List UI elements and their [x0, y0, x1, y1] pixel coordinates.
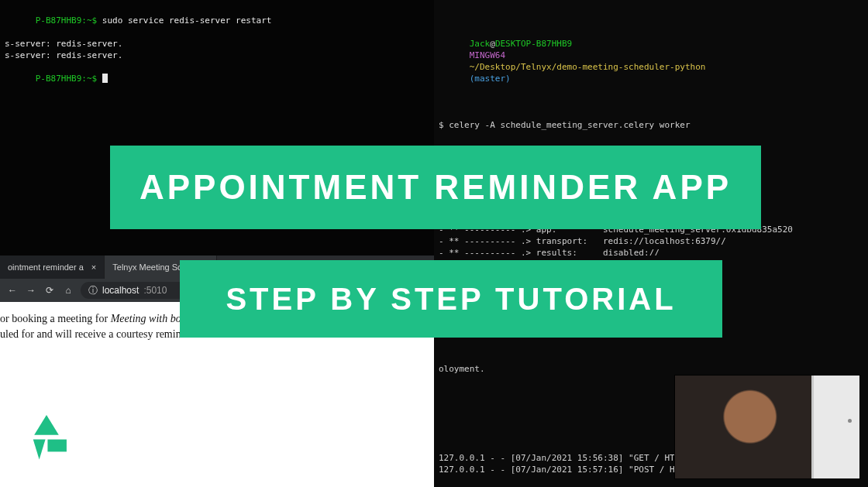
site-info-icon[interactable]: ⓘ: [88, 284, 98, 297]
shell-prompt: P-B87HHB9:~$: [36, 15, 97, 26]
background-door: [811, 376, 859, 478]
shell-at: @: [490, 39, 495, 49]
svg-marker-0: [34, 415, 59, 435]
title-card-primary: APPOINTMENT REMINDER APP: [110, 146, 761, 229]
svg-rect-2: [47, 440, 66, 452]
cursor: [102, 74, 108, 83]
forward-icon[interactable]: →: [25, 285, 37, 296]
back-icon[interactable]: ←: [6, 285, 19, 296]
shell-command: [97, 74, 102, 84]
shell-path: ~/Desktop/Telnyx/demo-meeting-scheduler-…: [470, 62, 706, 72]
url-host: localhost: [102, 285, 139, 296]
svg-marker-1: [33, 440, 46, 460]
url-path: :5010: [143, 285, 167, 296]
title-card-secondary: STEP BY STEP TUTORIAL: [180, 260, 722, 338]
close-icon[interactable]: ×: [91, 262, 96, 272]
shell-output-line: oloyment.: [439, 363, 863, 375]
shell-command: sudo service redis-server restart: [97, 15, 271, 26]
shell-host: DESKTOP-B87HHB9: [495, 39, 572, 49]
shell-branch: (master): [470, 74, 511, 84]
webcam-thumbnail: [674, 375, 860, 479]
presenter-face: [675, 376, 811, 478]
shell-user: Jack: [470, 39, 491, 49]
reload-icon[interactable]: ⟳: [43, 285, 56, 296]
home-icon[interactable]: ⌂: [62, 285, 74, 296]
telnyx-logo-icon: [19, 413, 74, 468]
browser-tab-title: ointment reminder a: [8, 262, 84, 272]
browser-tab[interactable]: ointment reminder a ×: [0, 256, 105, 279]
shell-shell: MINGW64: [470, 50, 505, 60]
shell-output-line: s-server: redis-server.: [5, 38, 429, 50]
page-text-emphasis: Meeting with bo: [111, 313, 181, 324]
page-text: or booking a meeting for: [0, 313, 111, 324]
shell-command: $ celery -A schedule_meeting_server.cele…: [439, 119, 863, 131]
shell-prompt: P-B87HHB9:~$: [36, 74, 97, 84]
shell-output-line: s-server: redis-server.: [5, 50, 429, 61]
